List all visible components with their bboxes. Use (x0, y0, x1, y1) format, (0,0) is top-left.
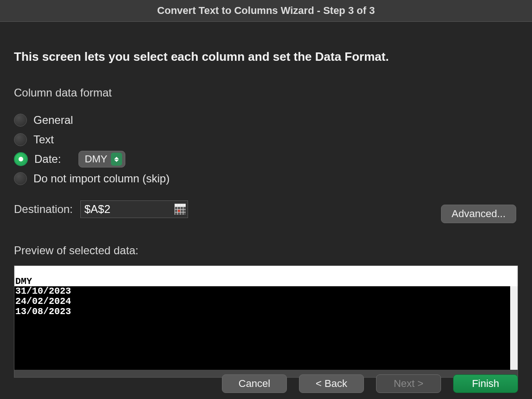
date-format-value: DMY (84, 153, 107, 165)
wizard-button-row: Cancel < Back Next > Finish (222, 374, 518, 393)
radio-skip[interactable] (14, 172, 27, 185)
cancel-button[interactable]: Cancel (222, 374, 287, 393)
date-format-select[interactable]: DMY (78, 151, 125, 167)
range-picker-icon[interactable] (175, 204, 186, 215)
radio-general-label: General (33, 114, 73, 127)
next-button: Next > (376, 374, 441, 393)
back-button[interactable]: < Back (299, 374, 364, 393)
radio-text[interactable] (14, 133, 27, 146)
destination-value: $A$2 (84, 203, 110, 216)
chevron-up-down-icon (111, 153, 122, 166)
radio-date[interactable] (14, 152, 28, 166)
radio-date-label: Date: (34, 153, 61, 166)
preview-row: 13/08/2023 (15, 307, 517, 317)
preview-data-area: 31/10/2023 24/02/2024 13/08/2023 (14, 286, 518, 370)
wizard-heading: This screen lets you select each column … (14, 50, 518, 64)
finish-button[interactable]: Finish (453, 374, 518, 393)
radio-skip-label: Do not import column (skip) (33, 172, 169, 185)
preview-row: 31/10/2023 (15, 286, 517, 296)
window-title: Convert Text to Columns Wizard - Step 3 … (0, 0, 532, 22)
radio-general[interactable] (14, 114, 27, 127)
preview-ruler (14, 266, 518, 277)
preview-label: Preview of selected data: (14, 244, 518, 257)
destination-label: Destination: (14, 203, 73, 216)
column-data-format-label: Column data format (14, 86, 518, 99)
preview-box: DMY 31/10/2023 24/02/2024 13/08/2023 (14, 265, 518, 378)
radio-group-column-format: General Text Date: DMY Do not import col… (14, 110, 518, 188)
preview-vertical-scrollbar[interactable] (510, 286, 518, 370)
preview-row: 24/02/2024 (15, 296, 517, 307)
preview-column-header[interactable]: DMY (14, 277, 518, 286)
destination-input[interactable]: $A$2 (80, 200, 188, 218)
radio-text-label: Text (33, 133, 54, 146)
advanced-button[interactable]: Advanced... (441, 205, 516, 223)
